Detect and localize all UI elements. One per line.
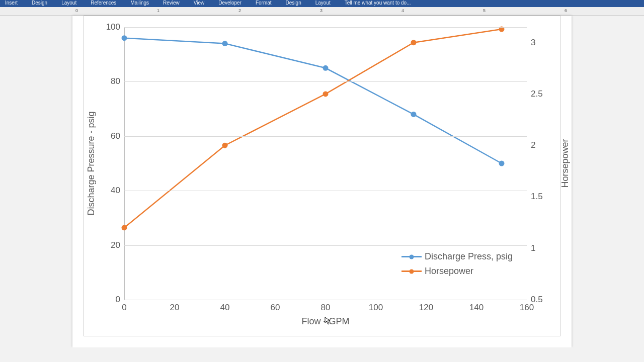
y2-tick: 3 xyxy=(531,38,535,48)
y2-axis-label: Horsepower xyxy=(560,139,571,188)
ribbon-tab[interactable]: Layout xyxy=(315,0,331,6)
x-tick: 40 xyxy=(220,303,230,313)
ribbon-tab[interactable]: Design xyxy=(286,0,301,6)
x-tick: 0 xyxy=(122,303,126,313)
svg-point-0 xyxy=(122,35,127,41)
x-tick: 20 xyxy=(170,303,180,313)
y1-tick: 100 xyxy=(106,22,120,32)
svg-point-1 xyxy=(222,41,228,46)
y1-tick: 60 xyxy=(111,131,120,141)
x-tick: 100 xyxy=(369,303,383,313)
y2-tick: 1.5 xyxy=(531,192,543,202)
x-axis-label: Flow - GPM xyxy=(301,316,349,327)
chart-object[interactable]: Discharge Pressure - psig Horsepower Flo… xyxy=(84,16,560,336)
y1-tick: 0 xyxy=(116,295,120,305)
legend-label: Discharge Press, psig xyxy=(425,251,513,262)
y2-tick: 2 xyxy=(531,140,535,150)
ribbon-tab[interactable]: Mailings xyxy=(130,0,149,6)
legend-item[interactable]: Discharge Press, psig xyxy=(401,251,513,262)
ribbon-tabs[interactable]: InsertDesignLayoutReferencesMailingsRevi… xyxy=(0,0,644,7)
x-tick: 140 xyxy=(469,303,484,313)
svg-point-2 xyxy=(323,65,329,71)
y1-tick: 20 xyxy=(111,240,120,250)
plot-area: Discharge Pressure - psig Horsepower Flo… xyxy=(124,27,527,300)
ruler: 01234567 xyxy=(0,7,644,16)
svg-point-6 xyxy=(222,143,228,148)
legend-label: Horsepower xyxy=(425,266,473,277)
ribbon-tab[interactable]: View xyxy=(194,0,205,6)
legend-item[interactable]: Horsepower xyxy=(401,266,513,277)
svg-point-3 xyxy=(411,112,417,117)
ribbon-tab[interactable]: Design xyxy=(32,0,47,6)
ribbon-tab[interactable]: Format xyxy=(256,0,272,6)
ribbon-tab[interactable]: Review xyxy=(163,0,180,6)
x-tick: 120 xyxy=(419,303,433,313)
y2-tick: 1 xyxy=(531,243,535,253)
y2-tick: 2.5 xyxy=(531,89,543,99)
x-tick: 160 xyxy=(520,303,534,313)
svg-point-5 xyxy=(122,225,127,230)
ribbon-tab[interactable]: References xyxy=(91,0,116,6)
y1-tick: 80 xyxy=(111,76,120,86)
document-page: Discharge Pressure - psig Horsepower Flo… xyxy=(72,16,572,347)
svg-point-4 xyxy=(499,161,505,166)
y1-axis-label: Discharge Pressure - psig xyxy=(86,111,97,215)
y1-tick: 40 xyxy=(111,186,120,196)
ribbon-tab[interactable]: Insert xyxy=(5,0,18,6)
svg-point-8 xyxy=(411,40,417,45)
x-tick: 80 xyxy=(321,303,331,313)
chart-legend[interactable]: Discharge Press, psigHorsepower xyxy=(401,247,513,277)
ribbon-tab[interactable]: Tell me what you want to do... xyxy=(345,0,411,6)
ribbon-tab[interactable]: Developer xyxy=(218,0,242,6)
svg-point-7 xyxy=(323,91,329,97)
x-tick: 60 xyxy=(271,303,280,313)
ribbon-tab[interactable]: Layout xyxy=(61,0,76,6)
